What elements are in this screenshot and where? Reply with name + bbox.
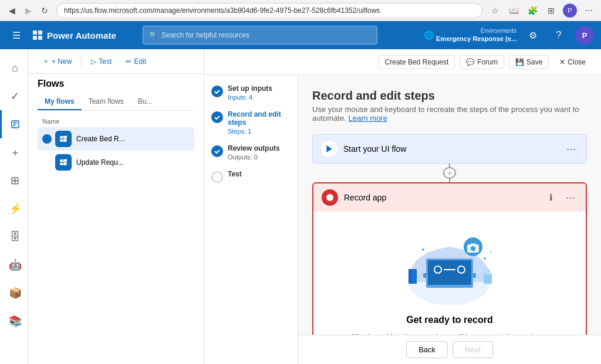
refresh-button[interactable]: ↻ <box>38 4 52 18</box>
svg-point-16 <box>422 249 424 251</box>
settings-button[interactable]: ⚙ <box>524 26 542 45</box>
search-icon: 🔍 <box>149 31 158 39</box>
record-app-info-button[interactable]: ℹ <box>549 192 553 203</box>
step-2-text: Record and edit steps Steps: 1 <box>228 110 291 135</box>
svg-rect-13 <box>412 270 416 284</box>
sidebar-item-learn[interactable]: 📚 <box>0 307 28 335</box>
star-icon[interactable]: ☆ <box>487 3 502 18</box>
flow-row-create-bed[interactable]: Create Bed R... <box>38 127 194 151</box>
flow-status-indicator <box>42 134 52 144</box>
record-illustration <box>391 223 508 305</box>
app-name: Power Automate <box>47 30 116 40</box>
flow-area-title: Record and edit steps <box>312 89 587 103</box>
step-1-circle <box>211 86 223 97</box>
sidebar-item-action-items[interactable]: ✓ <box>0 82 28 110</box>
start-flow-node: Start your UI flow ⋯ <box>312 134 587 164</box>
app-logo: Power Automate <box>33 30 116 40</box>
learn-more-link[interactable]: Learn more <box>348 114 387 123</box>
next-button[interactable]: Next <box>453 341 493 358</box>
help-button[interactable]: ? <box>549 26 568 45</box>
nav-menu-button[interactable]: ☰ <box>7 26 26 45</box>
tab-my-flows[interactable]: My flows <box>38 94 82 110</box>
flow-row-update-req[interactable]: Update Requ... <box>38 151 194 174</box>
flow-name-create-bed: Create Bed R... <box>76 135 190 143</box>
sidebar-item-templates[interactable]: ⊞ <box>0 166 28 195</box>
back-button[interactable]: Back <box>406 341 448 358</box>
save-button[interactable]: 💾 Save <box>509 55 549 69</box>
create-bed-request-button[interactable]: Create Bed Request <box>379 55 455 69</box>
save-icon: 💾 <box>515 58 524 66</box>
step-3-text: Review outputs Outputs: 0 <box>228 144 291 161</box>
back-button[interactable]: ◀ <box>5 4 19 18</box>
sidebar-item-ai-builder[interactable]: 🤖 <box>0 251 28 279</box>
app-container: ☰ Power Automate 🔍 Search for helpful re… <box>0 21 601 364</box>
step-2-circle <box>211 111 223 123</box>
plus-icon: ＋ <box>42 56 49 66</box>
svg-point-7 <box>458 266 465 273</box>
record-dot-icon <box>326 194 333 201</box>
step-3-circle <box>211 145 223 157</box>
tab-team-flows[interactable]: Team flows <box>82 94 131 110</box>
sidebar-item-home[interactable]: ⌂ <box>0 54 28 82</box>
flows-section: Flows My flows Team flows Bu... Name Cre… <box>28 74 204 179</box>
record-icon <box>322 189 338 206</box>
collection-icon[interactable]: ⊞ <box>543 3 559 18</box>
svg-point-5 <box>434 266 441 273</box>
start-node-more-button[interactable]: ⋯ <box>564 142 578 156</box>
svg-point-10 <box>471 246 475 251</box>
new-button[interactable]: ＋ + New <box>38 54 76 69</box>
profile-button[interactable]: P <box>562 3 578 18</box>
forum-icon: 💬 <box>466 58 475 66</box>
search-placeholder: Search for helpful resources <box>161 31 249 39</box>
step-set-up-inputs[interactable]: Set up inputs Inputs: 4 <box>211 84 291 101</box>
steps-sidebar: Set up inputs Inputs: 4 Record a <box>204 75 298 364</box>
record-app-card: Record app ℹ ⋯ <box>312 182 587 335</box>
sidebar-item-solutions[interactable]: 📦 <box>0 279 28 307</box>
flow-area-description: Use your mouse and keyboard to recreate … <box>312 105 587 123</box>
record-app-more-button[interactable]: ⋯ <box>563 191 578 205</box>
step-test[interactable]: Test <box>211 170 291 183</box>
flow-area: Record and edit steps Use your mouse and… <box>298 75 601 335</box>
svg-rect-4 <box>428 260 471 285</box>
sidebar-item-create[interactable]: ＋ <box>0 138 28 166</box>
extensions-icon[interactable]: 🧩 <box>525 3 540 18</box>
bottom-bar: Back Next <box>298 335 601 364</box>
tab-business-process[interactable]: Bu... <box>131 94 160 110</box>
avatar[interactable]: P <box>575 26 594 45</box>
sidebar-item-my-flows[interactable] <box>0 110 28 138</box>
browser-menu-button[interactable]: ⋯ <box>581 3 596 18</box>
step-record-edit-steps[interactable]: Record and edit steps Steps: 1 <box>211 110 291 135</box>
browser-chrome: ◀ ▶ ↻ ☆ 📖 🧩 ⊞ P ⋯ <box>0 0 601 21</box>
flow-icon-windows-2 <box>55 154 72 171</box>
svg-point-18 <box>417 261 418 263</box>
flow-icon-windows <box>55 131 72 147</box>
sidebar-item-connectors[interactable]: ⚡ <box>0 195 28 223</box>
address-bar[interactable] <box>56 3 482 18</box>
sidebar-item-data[interactable]: 🗄 <box>0 223 28 251</box>
left-panel-toolbar: ＋ + New ▷ Test ✏ Edit <box>28 49 204 74</box>
forward-button[interactable]: ▶ <box>21 4 35 18</box>
top-nav: ☰ Power Automate 🔍 Search for helpful re… <box>0 21 601 49</box>
close-button[interactable]: ✕ Close <box>553 56 592 69</box>
add-step-button[interactable]: + <box>443 167 456 179</box>
search-bar[interactable]: 🔍 Search for helpful resources <box>143 26 377 45</box>
environment-info: Environments Emergency Response (e... <box>436 27 516 43</box>
flows-title: Flows <box>38 79 194 89</box>
flow-name-update-req: Update Requ... <box>76 158 190 166</box>
edit-button[interactable]: ✏ Edit <box>121 55 151 68</box>
test-button[interactable]: ▷ Test <box>86 55 116 68</box>
svg-rect-15 <box>485 269 490 275</box>
forum-button[interactable]: 💬 Forum <box>460 55 504 69</box>
get-ready-title: Get ready to record <box>406 315 493 325</box>
bookmark-icon[interactable]: 📖 <box>506 3 521 18</box>
env-icon: 🌐 <box>424 30 434 40</box>
left-panel: ＋ + New ▷ Test ✏ Edit Flows My flows Tea… <box>28 49 204 364</box>
flows-table-header: Name <box>38 115 194 127</box>
step-1-text: Set up inputs Inputs: 4 <box>228 84 291 101</box>
step-4-circle <box>211 171 223 183</box>
step-review-outputs[interactable]: Review outputs Outputs: 0 <box>211 144 291 161</box>
toolbar-divider <box>81 56 82 67</box>
step-4-text: Test <box>228 170 291 178</box>
connector-line-bottom <box>449 179 450 182</box>
close-icon: ✕ <box>559 58 565 66</box>
